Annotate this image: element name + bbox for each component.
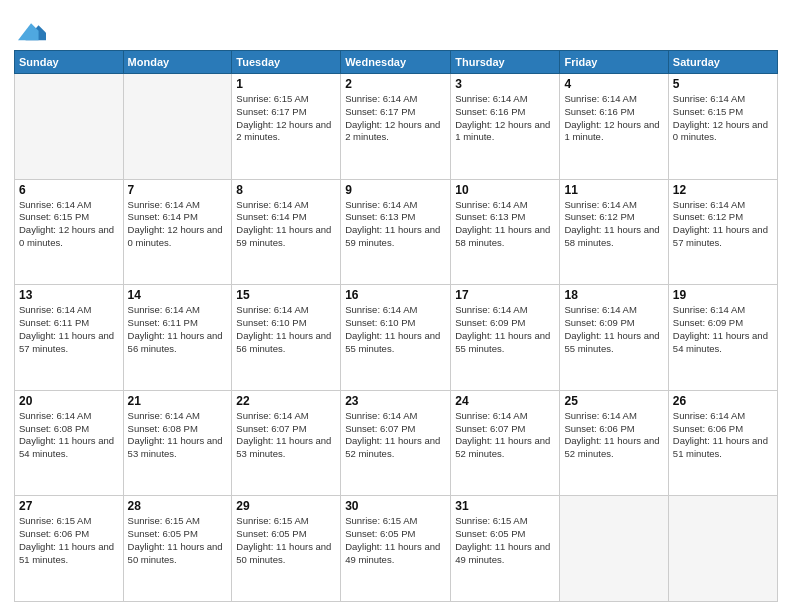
day-info: Sunrise: 6:14 AM Sunset: 6:13 PM Dayligh… [345, 199, 446, 250]
calendar-table: Sunday Monday Tuesday Wednesday Thursday… [14, 50, 778, 602]
calendar-cell: 20Sunrise: 6:14 AM Sunset: 6:08 PM Dayli… [15, 390, 124, 496]
calendar-cell: 30Sunrise: 6:15 AM Sunset: 6:05 PM Dayli… [341, 496, 451, 602]
day-info: Sunrise: 6:14 AM Sunset: 6:15 PM Dayligh… [19, 199, 119, 250]
calendar-cell: 24Sunrise: 6:14 AM Sunset: 6:07 PM Dayli… [451, 390, 560, 496]
svg-marker-1 [18, 23, 39, 40]
day-info: Sunrise: 6:14 AM Sunset: 6:10 PM Dayligh… [236, 304, 336, 355]
day-info: Sunrise: 6:15 AM Sunset: 6:17 PM Dayligh… [236, 93, 336, 144]
calendar-cell [668, 496, 777, 602]
calendar-cell: 12Sunrise: 6:14 AM Sunset: 6:12 PM Dayli… [668, 179, 777, 285]
day-info: Sunrise: 6:14 AM Sunset: 6:10 PM Dayligh… [345, 304, 446, 355]
page: Sunday Monday Tuesday Wednesday Thursday… [0, 0, 792, 612]
day-number: 11 [564, 183, 663, 197]
day-info: Sunrise: 6:14 AM Sunset: 6:14 PM Dayligh… [236, 199, 336, 250]
day-number: 1 [236, 77, 336, 91]
day-number: 6 [19, 183, 119, 197]
calendar-cell: 13Sunrise: 6:14 AM Sunset: 6:11 PM Dayli… [15, 285, 124, 391]
day-number: 12 [673, 183, 773, 197]
day-info: Sunrise: 6:15 AM Sunset: 6:05 PM Dayligh… [345, 515, 446, 566]
day-info: Sunrise: 6:14 AM Sunset: 6:06 PM Dayligh… [564, 410, 663, 461]
day-number: 24 [455, 394, 555, 408]
calendar-cell: 19Sunrise: 6:14 AM Sunset: 6:09 PM Dayli… [668, 285, 777, 391]
calendar-cell: 27Sunrise: 6:15 AM Sunset: 6:06 PM Dayli… [15, 496, 124, 602]
calendar-cell: 1Sunrise: 6:15 AM Sunset: 6:17 PM Daylig… [232, 74, 341, 180]
calendar-cell: 3Sunrise: 6:14 AM Sunset: 6:16 PM Daylig… [451, 74, 560, 180]
week-row-1: 1Sunrise: 6:15 AM Sunset: 6:17 PM Daylig… [15, 74, 778, 180]
day-info: Sunrise: 6:15 AM Sunset: 6:05 PM Dayligh… [236, 515, 336, 566]
calendar-cell: 21Sunrise: 6:14 AM Sunset: 6:08 PM Dayli… [123, 390, 232, 496]
calendar-cell: 4Sunrise: 6:14 AM Sunset: 6:16 PM Daylig… [560, 74, 668, 180]
day-number: 23 [345, 394, 446, 408]
day-info: Sunrise: 6:14 AM Sunset: 6:11 PM Dayligh… [19, 304, 119, 355]
header-tuesday: Tuesday [232, 51, 341, 74]
day-info: Sunrise: 6:14 AM Sunset: 6:09 PM Dayligh… [455, 304, 555, 355]
day-info: Sunrise: 6:14 AM Sunset: 6:13 PM Dayligh… [455, 199, 555, 250]
week-row-5: 27Sunrise: 6:15 AM Sunset: 6:06 PM Dayli… [15, 496, 778, 602]
calendar-cell: 5Sunrise: 6:14 AM Sunset: 6:15 PM Daylig… [668, 74, 777, 180]
calendar-cell: 7Sunrise: 6:14 AM Sunset: 6:14 PM Daylig… [123, 179, 232, 285]
day-number: 29 [236, 499, 336, 513]
day-number: 20 [19, 394, 119, 408]
calendar-cell: 23Sunrise: 6:14 AM Sunset: 6:07 PM Dayli… [341, 390, 451, 496]
calendar-cell: 22Sunrise: 6:14 AM Sunset: 6:07 PM Dayli… [232, 390, 341, 496]
calendar-cell: 31Sunrise: 6:15 AM Sunset: 6:05 PM Dayli… [451, 496, 560, 602]
day-number: 5 [673, 77, 773, 91]
day-info: Sunrise: 6:14 AM Sunset: 6:06 PM Dayligh… [673, 410, 773, 461]
header-wednesday: Wednesday [341, 51, 451, 74]
week-row-2: 6Sunrise: 6:14 AM Sunset: 6:15 PM Daylig… [15, 179, 778, 285]
day-number: 7 [128, 183, 228, 197]
day-info: Sunrise: 6:14 AM Sunset: 6:12 PM Dayligh… [673, 199, 773, 250]
calendar-cell: 10Sunrise: 6:14 AM Sunset: 6:13 PM Dayli… [451, 179, 560, 285]
day-info: Sunrise: 6:14 AM Sunset: 6:07 PM Dayligh… [345, 410, 446, 461]
day-info: Sunrise: 6:14 AM Sunset: 6:15 PM Dayligh… [673, 93, 773, 144]
calendar-cell: 6Sunrise: 6:14 AM Sunset: 6:15 PM Daylig… [15, 179, 124, 285]
week-row-3: 13Sunrise: 6:14 AM Sunset: 6:11 PM Dayli… [15, 285, 778, 391]
day-number: 28 [128, 499, 228, 513]
calendar-cell: 25Sunrise: 6:14 AM Sunset: 6:06 PM Dayli… [560, 390, 668, 496]
day-info: Sunrise: 6:14 AM Sunset: 6:09 PM Dayligh… [673, 304, 773, 355]
header-thursday: Thursday [451, 51, 560, 74]
day-info: Sunrise: 6:15 AM Sunset: 6:05 PM Dayligh… [455, 515, 555, 566]
calendar-cell: 17Sunrise: 6:14 AM Sunset: 6:09 PM Dayli… [451, 285, 560, 391]
day-info: Sunrise: 6:14 AM Sunset: 6:16 PM Dayligh… [455, 93, 555, 144]
calendar-cell: 8Sunrise: 6:14 AM Sunset: 6:14 PM Daylig… [232, 179, 341, 285]
calendar-cell: 9Sunrise: 6:14 AM Sunset: 6:13 PM Daylig… [341, 179, 451, 285]
week-row-4: 20Sunrise: 6:14 AM Sunset: 6:08 PM Dayli… [15, 390, 778, 496]
day-info: Sunrise: 6:14 AM Sunset: 6:17 PM Dayligh… [345, 93, 446, 144]
day-number: 14 [128, 288, 228, 302]
calendar-cell: 11Sunrise: 6:14 AM Sunset: 6:12 PM Dayli… [560, 179, 668, 285]
calendar-cell: 2Sunrise: 6:14 AM Sunset: 6:17 PM Daylig… [341, 74, 451, 180]
day-info: Sunrise: 6:15 AM Sunset: 6:05 PM Dayligh… [128, 515, 228, 566]
day-number: 3 [455, 77, 555, 91]
day-number: 30 [345, 499, 446, 513]
day-info: Sunrise: 6:14 AM Sunset: 6:12 PM Dayligh… [564, 199, 663, 250]
day-number: 26 [673, 394, 773, 408]
calendar-cell: 15Sunrise: 6:14 AM Sunset: 6:10 PM Dayli… [232, 285, 341, 391]
day-number: 22 [236, 394, 336, 408]
day-info: Sunrise: 6:14 AM Sunset: 6:08 PM Dayligh… [19, 410, 119, 461]
calendar-cell [560, 496, 668, 602]
day-info: Sunrise: 6:14 AM Sunset: 6:07 PM Dayligh… [236, 410, 336, 461]
header-saturday: Saturday [668, 51, 777, 74]
day-number: 8 [236, 183, 336, 197]
day-number: 25 [564, 394, 663, 408]
weekday-header-row: Sunday Monday Tuesday Wednesday Thursday… [15, 51, 778, 74]
day-number: 2 [345, 77, 446, 91]
calendar-cell: 29Sunrise: 6:15 AM Sunset: 6:05 PM Dayli… [232, 496, 341, 602]
day-info: Sunrise: 6:14 AM Sunset: 6:09 PM Dayligh… [564, 304, 663, 355]
header-sunday: Sunday [15, 51, 124, 74]
calendar-cell: 14Sunrise: 6:14 AM Sunset: 6:11 PM Dayli… [123, 285, 232, 391]
calendar-cell: 18Sunrise: 6:14 AM Sunset: 6:09 PM Dayli… [560, 285, 668, 391]
day-number: 16 [345, 288, 446, 302]
calendar-cell [15, 74, 124, 180]
day-info: Sunrise: 6:14 AM Sunset: 6:16 PM Dayligh… [564, 93, 663, 144]
day-number: 9 [345, 183, 446, 197]
logo-icon [18, 14, 46, 42]
header [14, 10, 778, 42]
day-number: 31 [455, 499, 555, 513]
day-number: 15 [236, 288, 336, 302]
header-friday: Friday [560, 51, 668, 74]
calendar-cell: 26Sunrise: 6:14 AM Sunset: 6:06 PM Dayli… [668, 390, 777, 496]
day-number: 18 [564, 288, 663, 302]
day-info: Sunrise: 6:14 AM Sunset: 6:11 PM Dayligh… [128, 304, 228, 355]
